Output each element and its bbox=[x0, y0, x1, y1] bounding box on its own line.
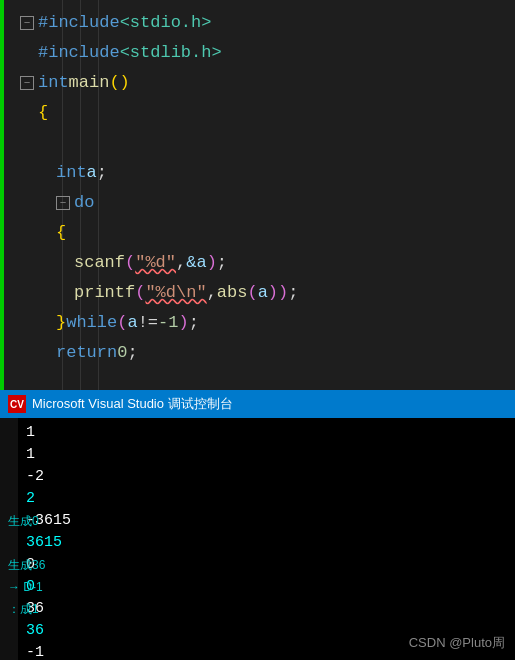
console-icon: CV bbox=[8, 395, 26, 413]
output-line-2: 1 bbox=[26, 444, 507, 466]
output-line-8: 0 bbox=[26, 576, 507, 598]
code-editor: − #include <stdio.h> #include <stdlib.h>… bbox=[0, 0, 515, 390]
code-line-10: printf("%d\n", abs(a)); bbox=[74, 278, 515, 308]
code-line-8: { bbox=[56, 218, 515, 248]
code-line-3: − int main() bbox=[20, 68, 515, 98]
side-label-1: 生成0 bbox=[8, 510, 39, 532]
code-lines: − #include <stdio.h> #include <stdlib.h>… bbox=[0, 0, 515, 376]
console-title: Microsoft Visual Studio 调试控制台 bbox=[32, 395, 233, 413]
output-line-3: -2 bbox=[26, 466, 507, 488]
code-line-7: − do bbox=[56, 188, 515, 218]
output-line-7: 0 bbox=[26, 554, 507, 576]
collapse-icon-1[interactable]: − bbox=[20, 16, 34, 30]
code-line-5 bbox=[20, 128, 515, 158]
brace-open-main: { bbox=[38, 98, 48, 128]
console-left-panel bbox=[0, 418, 18, 660]
side-label-2: 生成36 bbox=[8, 554, 45, 576]
code-line-4: { bbox=[38, 98, 515, 128]
code-line-1: − #include <stdio.h> bbox=[20, 8, 515, 38]
code-line-12: return 0; bbox=[56, 338, 515, 368]
code-line-9: scanf("%d", &a); bbox=[74, 248, 515, 278]
code-line-11: } while (a != -1 ); bbox=[56, 308, 515, 338]
watermark: CSDN @Pluto周 bbox=[409, 632, 505, 654]
green-bar bbox=[0, 0, 4, 390]
kw-int: int bbox=[38, 68, 69, 98]
console-header: CV Microsoft Visual Studio 调试控制台 bbox=[0, 390, 515, 418]
code-line-6: int a; bbox=[56, 158, 515, 188]
line-1-text: #include bbox=[38, 8, 120, 38]
collapse-icon-3[interactable]: − bbox=[20, 76, 34, 90]
output-line-1: 1 bbox=[26, 422, 507, 444]
side-label-3: → D-1 bbox=[8, 576, 43, 598]
output-line-9: 36 bbox=[26, 598, 507, 620]
side-label-4: ：成1 bbox=[8, 598, 39, 620]
collapse-icon-7[interactable]: − bbox=[56, 196, 70, 210]
code-line-2: #include <stdlib.h> bbox=[38, 38, 515, 68]
console-body: 1 1 -2 2 -3615 3615 0 0 生成0 36 生成36 36 →… bbox=[0, 418, 515, 660]
console-output: 1 1 -2 2 -3615 3615 0 0 生成0 36 生成36 36 →… bbox=[26, 422, 507, 660]
output-line-5: -3615 bbox=[26, 510, 507, 532]
output-line-4: 2 bbox=[26, 488, 507, 510]
line-2-text: #include bbox=[38, 38, 120, 68]
output-line-6: 3615 bbox=[26, 532, 507, 554]
